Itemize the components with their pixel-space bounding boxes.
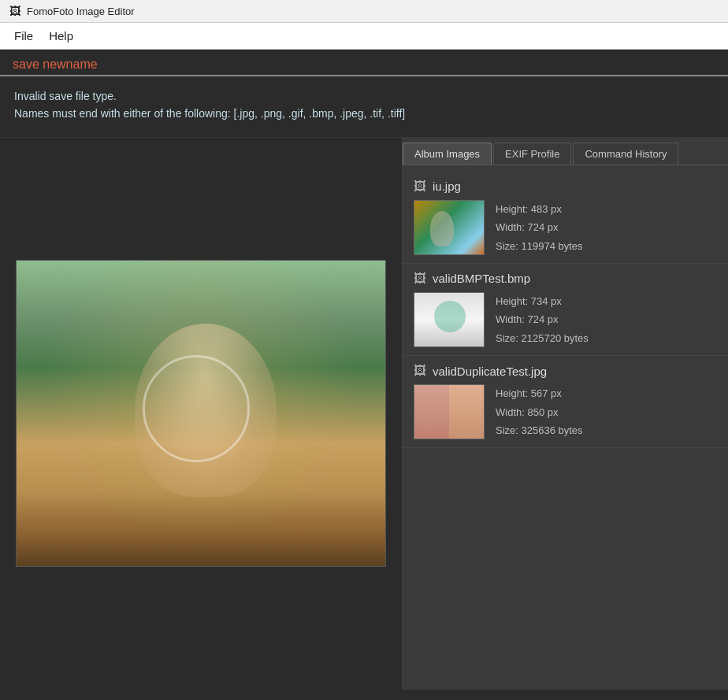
- album-entry-body-dup: Height: 567 px Width: 850 px Size: 32563…: [414, 384, 717, 439]
- album-height-iu: Height: 483 px: [496, 200, 583, 218]
- album-entry-title-iu: 🖼 iu.jpg: [414, 180, 717, 194]
- tab-command-history[interactable]: Command History: [573, 143, 678, 165]
- album-filename-bmp: validBMPTest.bmp: [433, 272, 530, 285]
- album-entry-iu: 🖼 iu.jpg Height: 483 px Width: 724 px Si…: [403, 172, 728, 264]
- album-thumb-iu: [414, 200, 485, 255]
- album-meta-bmp: Height: 734 px Width: 724 px Size: 21257…: [496, 292, 589, 347]
- command-input[interactable]: [13, 57, 715, 72]
- album-size-iu: Size: 119974 bytes: [496, 237, 583, 255]
- album-entry-title-bmp: 🖼 validBMPTest.bmp: [414, 272, 717, 286]
- image-preview: [0, 138, 402, 690]
- title-bar: 🖼 FomoFoto Image Editor: [0, 0, 728, 23]
- main-content: Album Images EXIF Profile Command Histor…: [0, 138, 728, 690]
- app-title: FomoFoto Image Editor: [27, 6, 135, 17]
- album-entry-title-dup: 🖼 validDuplicateTest.jpg: [414, 364, 717, 378]
- album-meta-dup: Height: 567 px Width: 850 px Size: 32563…: [496, 384, 583, 439]
- album-width-iu: Width: 724 px: [496, 218, 583, 236]
- error-line1: Invalid save file type.: [14, 87, 714, 105]
- tab-album-images[interactable]: Album Images: [403, 143, 492, 165]
- album-meta-iu: Height: 483 px Width: 724 px Size: 11997…: [496, 200, 583, 255]
- tabs-container: Album Images EXIF Profile Command Histor…: [403, 138, 728, 165]
- command-area: [0, 50, 728, 76]
- album-width-bmp: Width: 724 px: [496, 310, 589, 328]
- album-filename-iu: iu.jpg: [433, 180, 461, 193]
- error-area: Invalid save file type. Names must end w…: [0, 76, 728, 138]
- right-panel: Album Images EXIF Profile Command Histor…: [402, 138, 728, 690]
- album-size-bmp: Size: 2125720 bytes: [496, 329, 589, 347]
- app-icon: 🖼: [9, 5, 20, 17]
- image-file-icon-dup: 🖼: [414, 364, 426, 378]
- album-entry-dup: 🖼 validDuplicateTest.jpg Height: 567 px …: [403, 356, 728, 448]
- album-entry-body-bmp: Height: 734 px Width: 724 px Size: 21257…: [414, 292, 717, 347]
- album-thumb-bmp: [414, 292, 485, 347]
- album-size-dup: Size: 325636 bytes: [496, 421, 583, 439]
- album-entry-bmp: 🖼 validBMPTest.bmp Height: 734 px Width:…: [403, 264, 728, 356]
- tab-exif-profile[interactable]: EXIF Profile: [493, 143, 571, 165]
- menu-bar: File Help: [0, 23, 728, 50]
- menu-file[interactable]: File: [6, 26, 41, 46]
- album-thumb-dup: [414, 384, 485, 439]
- album-list: 🖼 iu.jpg Height: 483 px Width: 724 px Si…: [403, 165, 728, 690]
- error-line2: Names must end with either of the follow…: [14, 105, 714, 122]
- image-file-icon-iu: 🖼: [414, 180, 426, 194]
- preview-photo: [16, 260, 386, 567]
- image-file-icon-bmp: 🖼: [414, 272, 426, 286]
- album-entry-body-iu: Height: 483 px Width: 724 px Size: 11997…: [414, 200, 717, 255]
- album-filename-dup: validDuplicateTest.jpg: [433, 365, 547, 378]
- album-height-dup: Height: 567 px: [496, 384, 583, 402]
- thumb-dup-left: [414, 385, 449, 439]
- thumb-dup-right: [449, 385, 484, 439]
- album-height-bmp: Height: 734 px: [496, 292, 589, 310]
- album-width-dup: Width: 850 px: [496, 403, 583, 421]
- menu-help[interactable]: Help: [41, 26, 81, 46]
